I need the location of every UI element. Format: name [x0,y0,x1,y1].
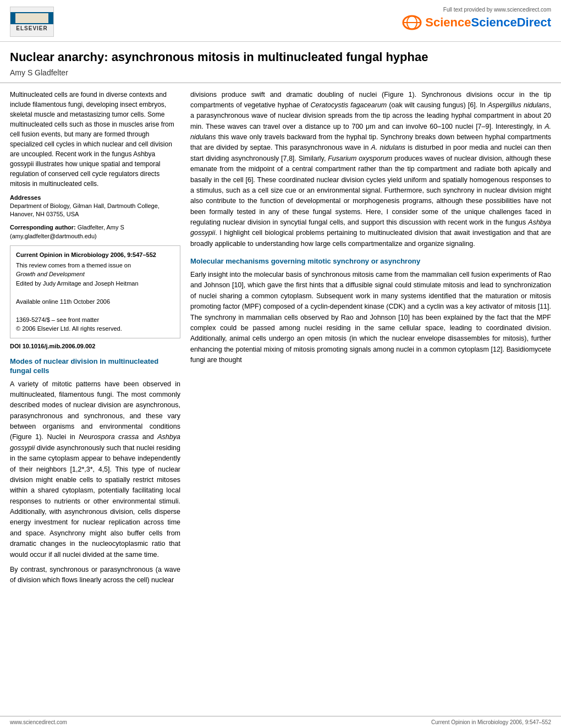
corresponding-label: Corresponding author: [10,224,76,231]
article-title: Nuclear anarchy: asynchronous mitosis in… [10,50,551,65]
sciencedirect-icon [402,15,422,30]
title-section: Nuclear anarchy: asynchronous mitosis in… [0,42,561,83]
doi-section: DOI 10.1016/j.mib.2006.09.002 [10,343,180,349]
footer-right: Current Opinion in Microbiology 2006, 9:… [431,719,551,725]
footer-left: www.sciencedirect.com [10,719,67,725]
section1-para1: A variety of mitotic patterns have been … [10,379,180,560]
section2-title: Molecular mechanisms governing mitotic s… [190,257,551,266]
footer: www.sciencedirect.com Current Opinion in… [0,716,561,728]
section1-title: Modes of nuclear division in multinuclea… [10,357,180,376]
full-text-label: Full text provided by www.sciencedirect.… [402,7,551,13]
issn: 1369-5274/$ – see front matter [16,315,174,325]
journal-citation: Current Opinion in Microbiology 2006, 9:… [16,250,174,260]
edited-by: Edited by Judy Armitage and Joseph Heitm… [16,279,174,288]
journal-info-box: Current Opinion in Microbiology 2006, 9:… [10,245,180,338]
section1-para2: By contrast, synchronous or parasynchron… [10,565,180,586]
sciencedirect-logo: ScienceScienceDirect [402,15,551,30]
corresponding-text: Corresponding author: Gladfelter, Amy S … [10,223,180,241]
article-author: Amy S Gladfelter [10,68,551,77]
addresses-box: Addresses Department of Biology, Gilman … [10,194,180,220]
doi-label: DOI [10,343,21,349]
theme-line2: Growth and Development [16,270,174,279]
section2-para1: Early insight into the molecular basis o… [190,270,551,365]
abstract-text: Multinucleated cells are found in divers… [10,90,180,189]
doi-value: 10.1016/j.mib.2006.09.002 [23,343,96,349]
addresses-label: Addresses [10,194,180,201]
header: ELSEVIER Full text provided by www.scien… [0,0,561,42]
sciencedirect-text: ScienceScienceDirect [425,15,551,30]
main-content: Multinucleated cells are found in divers… [0,83,561,590]
page: ELSEVIER Full text provided by www.scien… [0,0,561,728]
copyright: © 2006 Elsevier Ltd. All rights reserved… [16,324,174,333]
addresses-text: Department of Biology, Gilman Hall, Dart… [10,202,180,220]
right-column: divisions produce swift and dramatic dou… [190,83,551,590]
right-col-text1: divisions produce swift and dramatic dou… [190,90,551,250]
sciencedirect-area: Full text provided by www.sciencedirect.… [402,7,551,30]
left-column: Multinucleated cells are found in divers… [10,83,180,590]
elsevier-logo: ELSEVIER [10,7,59,37]
elsevier-logo-image: ELSEVIER [10,7,54,37]
available-online: Available online 11th October 2006 [16,297,174,306]
theme-line1: This review comes from a themed issue on [16,261,174,270]
